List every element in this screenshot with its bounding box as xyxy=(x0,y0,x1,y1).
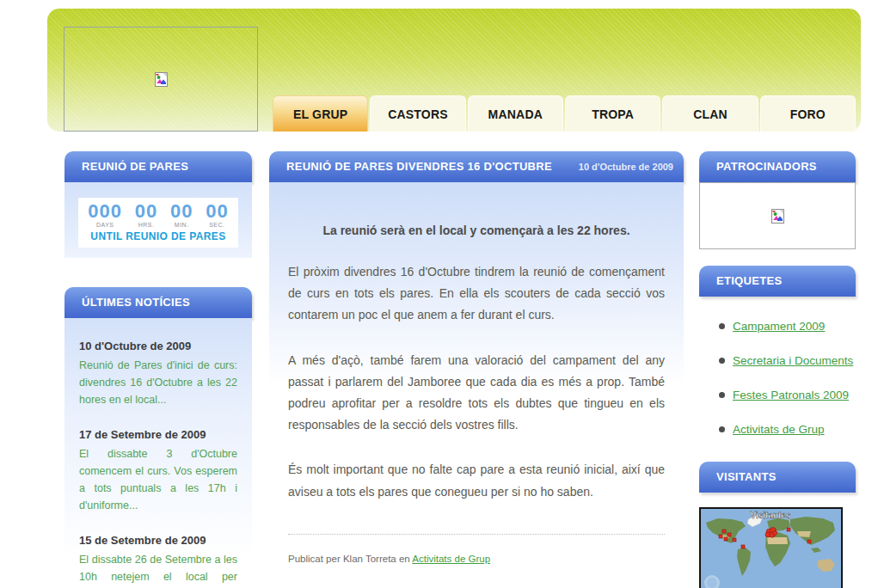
page: EL GRUP CASTORS MANADA TROPA CLAN FORO R… xyxy=(0,0,878,588)
visitors-map[interactable]: Visitantes xyxy=(699,507,843,588)
article1-title: REUNIÓ DE PARES DIVENDRES 16 D'OCTUBRE xyxy=(286,151,552,182)
tag-item: Secretaria i Documents xyxy=(719,354,856,367)
countdown-hours: 00 HRS. xyxy=(135,202,157,228)
news-item-date: 17 de Setembre de 2009 xyxy=(79,428,237,441)
broken-image-icon xyxy=(155,72,168,87)
article1-byline: Publicat per Klan Torreta en xyxy=(288,554,412,564)
article1-body: La reunió serà en el local y començarà a… xyxy=(269,182,684,588)
countdown-seconds-label: SEC. xyxy=(206,222,228,228)
tags-widget-title: ETIQUETES xyxy=(716,266,782,297)
countdown-caption: UNTIL REUNIO DE PARES xyxy=(82,230,235,242)
article1-intro: La reunió serà en el local y començarà a… xyxy=(288,224,665,237)
tab-manada[interactable]: MANADA xyxy=(468,95,563,132)
tag-item: Activitats de Grup xyxy=(719,423,856,436)
left-sidebar: REUNIÓ DE PARES 000 DAYS 00 HRS. 00 MIN. xyxy=(64,151,252,588)
countdown-widget-title: REUNIÓ DE PARES xyxy=(82,151,188,182)
news-item-text[interactable]: El dissabte 3 d'Octubre comencem el curs… xyxy=(79,445,237,514)
sponsors-image-placeholder xyxy=(699,182,856,249)
countdown-seconds: 00 SEC. xyxy=(206,202,228,228)
tag-link-activitats-de-grup[interactable]: Activitats de Grup xyxy=(733,423,825,436)
world-map-image: Visitantes xyxy=(701,509,841,588)
countdown-hours-value: 00 xyxy=(135,202,157,221)
tab-castors[interactable]: CASTORS xyxy=(370,95,465,132)
article1-paragraph: El pròxim divendres 16 d'Octubre tindrem… xyxy=(288,261,665,327)
map-title-text: Visitantes xyxy=(750,511,790,520)
news-item-text[interactable]: Reunió de Pares d'inici de curs: divendr… xyxy=(79,357,237,408)
countdown-days: 000 DAYS xyxy=(88,202,122,228)
countdown-widget-body: 000 DAYS 00 HRS. 00 MIN. 00 SEC. xyxy=(64,182,252,258)
tags-list: Campament 2009 Secretaria i Documents Fe… xyxy=(699,297,856,436)
countdown-days-value: 000 xyxy=(88,202,122,221)
right-sidebar: PATROCINADORS ETIQUETES Campament 2009 xyxy=(699,151,856,588)
site-logo-placeholder xyxy=(64,27,258,132)
bullet-icon xyxy=(719,426,725,432)
article1-footer: Publicat per Klan Torreta en Activitats … xyxy=(288,534,665,588)
article1-category-link[interactable]: Activitats de Grup xyxy=(412,554,490,564)
news-item: 10 d'Octubre de 2009 Reunió de Pares d'i… xyxy=(79,340,237,408)
news-item-text[interactable]: El dissabte 26 de Setembre a les 10h net… xyxy=(79,551,237,588)
visitors-widget-header: VISITANTS xyxy=(699,462,856,493)
news-widget-header: ÚLTIMES NOTÍCIES xyxy=(64,287,252,318)
countdown-days-label: DAYS xyxy=(88,222,122,228)
main-content: REUNIÓ DE PARES DIVENDRES 16 D'OCTUBRE 1… xyxy=(269,151,684,588)
article1-header: REUNIÓ DE PARES DIVENDRES 16 D'OCTUBRE 1… xyxy=(269,151,684,182)
countdown-hours-label: HRS. xyxy=(135,222,157,228)
tab-el-grup[interactable]: EL GRUP xyxy=(273,95,368,132)
countdown-minutes-value: 00 xyxy=(170,202,193,221)
countdown-seconds-value: 00 xyxy=(206,202,228,221)
countdown-box: 000 DAYS 00 HRS. 00 MIN. 00 SEC. xyxy=(78,198,238,248)
tag-link-festes-patronals-2009[interactable]: Festes Patronals 2009 xyxy=(733,389,849,401)
main-nav: EL GRUP CASTORS MANADA TROPA CLAN FORO xyxy=(273,95,856,132)
countdown-minutes-label: MIN. xyxy=(170,222,193,228)
tag-link-campament-2009[interactable]: Campament 2009 xyxy=(733,320,825,333)
bullet-icon xyxy=(719,323,725,329)
sponsors-widget-title: PATROCINADORS xyxy=(716,151,817,182)
news-widget-title: ÚLTIMES NOTÍCIES xyxy=(82,287,190,318)
header-banner: EL GRUP CASTORS MANADA TROPA CLAN FORO xyxy=(47,9,861,132)
news-widget-body: 10 d'Octubre de 2009 Reunió de Pares d'i… xyxy=(64,318,252,588)
visitors-widget-title: VISITANTS xyxy=(716,462,777,493)
news-item: 17 de Setembre de 2009 El dissabte 3 d'O… xyxy=(79,428,237,514)
tags-widget-header: ETIQUETES xyxy=(699,266,856,297)
countdown-widget-header: REUNIÓ DE PARES xyxy=(64,151,252,182)
tab-tropa[interactable]: TROPA xyxy=(565,95,660,132)
sponsors-widget-header: PATROCINADORS xyxy=(699,151,856,182)
tag-item: Festes Patronals 2009 xyxy=(719,389,856,401)
tab-foro[interactable]: FORO xyxy=(760,95,856,132)
article1-date: 10 d'Octubre de 2009 xyxy=(579,151,673,182)
bullet-icon xyxy=(719,358,725,364)
tag-item: Campament 2009 xyxy=(719,320,856,333)
tab-clan[interactable]: CLAN xyxy=(662,95,758,132)
bullet-icon xyxy=(719,392,725,398)
broken-image-icon xyxy=(771,209,784,224)
news-item-date: 10 d'Octubre de 2009 xyxy=(79,340,237,352)
news-item-date: 15 de Setembre de 2009 xyxy=(79,534,237,547)
countdown-minutes: 00 MIN. xyxy=(170,202,193,228)
article1-paragraph: A més d'açò, també farem una valoració d… xyxy=(288,350,665,437)
news-item: 15 de Setembre de 2009 El dissabte 26 de… xyxy=(79,534,237,588)
tag-link-secretaria-i-documents[interactable]: Secretaria i Documents xyxy=(733,354,853,367)
article1-paragraph: És molt important que no falte cap pare … xyxy=(288,459,665,502)
